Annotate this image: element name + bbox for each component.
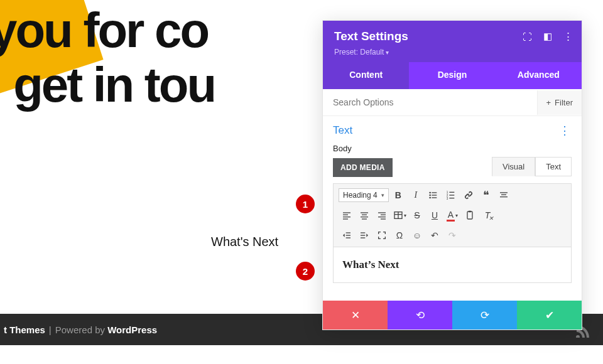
svg-rect-11 — [449, 198, 454, 198]
svg-rect-3 — [432, 195, 437, 195]
svg-rect-37 — [361, 237, 365, 238]
cancel-button[interactable]: ✕ — [323, 301, 388, 329]
add-media-button[interactable]: ADD MEDIA — [333, 158, 393, 177]
svg-rect-33 — [346, 235, 350, 235]
headline-line-1: ank you for co — [0, 3, 215, 58]
svg-rect-18 — [343, 218, 348, 219]
bold-icon[interactable]: B — [390, 188, 406, 203]
editor-content[interactable]: What’s Next — [333, 247, 572, 283]
svg-rect-32 — [346, 232, 350, 233]
svg-rect-22 — [362, 218, 367, 219]
special-char-icon[interactable]: Ω — [391, 228, 408, 243]
align-center-top-icon[interactable] — [496, 188, 512, 203]
outdent-icon[interactable] — [339, 228, 355, 243]
italic-icon[interactable]: I — [408, 188, 424, 203]
text-settings-panel: Text Settings Preset: Default ⛶ ◧ ⋮ Cont… — [322, 20, 582, 330]
section-title[interactable]: Text — [333, 124, 352, 137]
save-button[interactable]: ✔ — [517, 301, 582, 329]
text-section: Text ⋮ Body ADD MEDIA Visual Text Headin… — [323, 116, 582, 283]
search-bar: + Filter — [323, 89, 582, 116]
filter-button[interactable]: + Filter — [537, 90, 582, 115]
search-input[interactable] — [323, 89, 537, 115]
body-label: Body — [333, 144, 572, 153]
svg-rect-5 — [432, 197, 437, 198]
callout-marker-2: 2 — [296, 262, 315, 281]
undo-icon[interactable]: ↶ — [426, 228, 443, 243]
blockquote-icon[interactable]: ❝ — [478, 188, 494, 203]
panel-action-bar: ✕ ⟲ ⟳ ✔ — [323, 301, 582, 329]
format-select[interactable]: Heading 4 — [339, 188, 389, 202]
headline-line-2: We'll get in tou — [0, 58, 215, 112]
panel-header: Text Settings Preset: Default ⛶ ◧ ⋮ — [323, 21, 582, 62]
indent-icon[interactable] — [356, 228, 372, 243]
svg-rect-19 — [361, 212, 368, 213]
revert-button[interactable]: ⟲ — [388, 301, 452, 329]
redo-icon[interactable]: ↷ — [444, 228, 460, 243]
svg-rect-13 — [501, 195, 506, 195]
svg-rect-17 — [343, 217, 350, 217]
bulleted-list-icon[interactable] — [425, 188, 442, 203]
page-headline: ank you for co We'll get in tou — [0, 3, 215, 113]
svg-rect-1 — [432, 192, 437, 193]
fullscreen-icon[interactable] — [374, 228, 390, 243]
underline-icon[interactable]: U — [426, 208, 443, 223]
strikethrough-icon[interactable]: S — [409, 208, 425, 223]
svg-rect-31 — [469, 211, 471, 213]
reapply-button[interactable]: ⟳ — [452, 301, 517, 329]
filter-label: Filter — [555, 98, 573, 107]
footer-divider: | — [49, 324, 52, 335]
footer-themes-link[interactable]: t Themes — [4, 324, 45, 335]
footer-wordpress-link[interactable]: WordPress — [107, 324, 157, 335]
callout-marker-1: 1 — [296, 195, 315, 213]
expand-icon[interactable]: ⛶ — [523, 31, 532, 42]
tab-design[interactable]: Design — [409, 62, 495, 89]
svg-rect-25 — [378, 217, 386, 217]
svg-rect-16 — [343, 215, 348, 215]
clear-formatting-icon[interactable]: T✕ — [479, 208, 496, 223]
editor-toolbar: Heading 4 B I 123 ❝ ▾ S U A▾ T✕ Ω ☺ ↶ — [333, 183, 572, 247]
svg-rect-36 — [361, 235, 365, 235]
svg-rect-14 — [500, 196, 508, 197]
numbered-list-icon[interactable]: 123 — [443, 188, 459, 203]
text-color-icon[interactable]: A▾ — [444, 208, 460, 223]
svg-text:3: 3 — [446, 197, 448, 200]
svg-rect-21 — [361, 217, 368, 217]
align-center-icon[interactable] — [356, 208, 372, 223]
link-icon[interactable] — [460, 188, 477, 203]
align-left-icon[interactable] — [339, 208, 355, 223]
plus-icon: + — [546, 98, 551, 107]
editor-tab-text[interactable]: Text — [535, 157, 572, 176]
preset-dropdown[interactable]: Preset: Default — [334, 48, 389, 56]
section-options-icon[interactable]: ⋮ — [559, 124, 572, 137]
svg-rect-26 — [381, 218, 386, 219]
insert-table-icon[interactable]: ▾ — [391, 208, 408, 223]
svg-rect-34 — [346, 237, 350, 238]
svg-rect-24 — [381, 215, 386, 215]
page-subhead: What's Next — [211, 235, 278, 249]
svg-rect-15 — [343, 212, 350, 213]
svg-rect-12 — [500, 192, 508, 193]
tab-content[interactable]: Content — [323, 62, 409, 89]
svg-rect-20 — [362, 215, 367, 215]
svg-rect-35 — [361, 232, 365, 233]
more-menu-icon[interactable]: ⋮ — [563, 31, 573, 42]
editor-tab-visual[interactable]: Visual — [492, 157, 535, 176]
svg-point-2 — [429, 195, 431, 196]
svg-rect-23 — [378, 212, 386, 213]
footer-powered-prefix: Powered by — [55, 324, 105, 335]
svg-rect-7 — [449, 192, 454, 193]
svg-point-4 — [429, 197, 431, 199]
svg-point-0 — [429, 192, 431, 194]
panel-tabs: Content Design Advanced — [323, 62, 582, 89]
svg-rect-30 — [467, 211, 472, 219]
emoji-icon[interactable]: ☺ — [409, 228, 425, 243]
tab-advanced[interactable]: Advanced — [496, 62, 582, 89]
split-view-icon[interactable]: ◧ — [543, 31, 552, 42]
svg-rect-9 — [449, 195, 454, 195]
paste-text-icon[interactable] — [462, 208, 478, 223]
align-right-icon[interactable] — [374, 208, 390, 223]
